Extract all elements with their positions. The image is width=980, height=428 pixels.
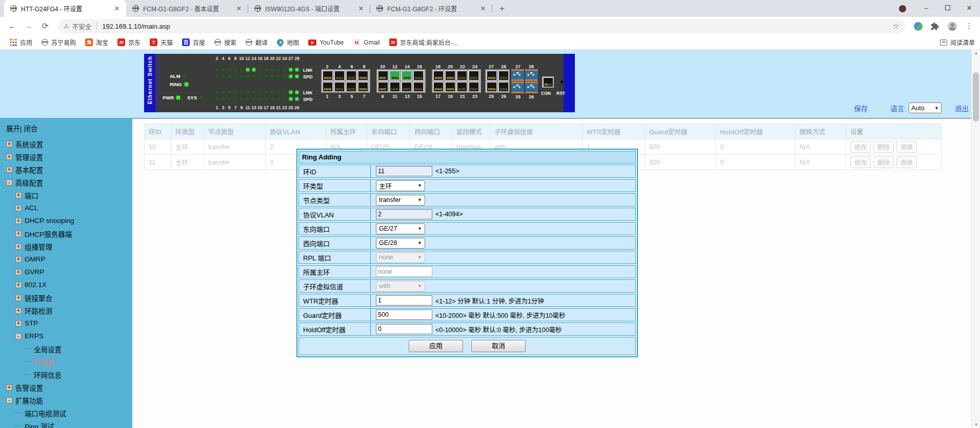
minimize-button[interactable]: – (915, 0, 937, 17)
sidebar-item-基本配置[interactable]: +基本配置 (6, 163, 132, 176)
bookmark-item[interactable]: 地图 (272, 37, 304, 48)
logout-link[interactable]: 退出 (955, 103, 969, 113)
expand-all-link[interactable]: 展开 (6, 125, 20, 133)
extension-icon[interactable] (914, 22, 923, 31)
expand-plus-icon[interactable]: + (15, 218, 22, 224)
expand-plus-icon[interactable]: + (15, 192, 22, 198)
field-input-guard定时器[interactable] (376, 310, 432, 320)
sidebar-item-dhcp服务器端[interactable]: +DHCP服务器端 (6, 227, 132, 240)
browser-tab[interactable]: FCM-G1-G8GF2 - 环设置✕ (370, 0, 492, 17)
browser-menu-icon[interactable]: ⋮ (965, 22, 973, 31)
bookmark-star-icon[interactable]: ☆ (893, 22, 899, 31)
sidebar-item-erps[interactable]: -ERPS (6, 330, 132, 342)
field-select-东向端口[interactable]: GE/27▼ (376, 223, 425, 234)
expand-plus-icon[interactable]: + (15, 256, 22, 262)
url-text[interactable]: 192.169.1.10/main.asp (102, 23, 170, 30)
browser-tab[interactable]: HTT-G24FG4 - 环设置✕ (4, 0, 126, 17)
status-circle-icon[interactable] (899, 5, 906, 12)
row-action-button[interactable]: 删除 (873, 156, 894, 168)
bookmark-item[interactable]: YouTube (304, 37, 348, 48)
expand-plus-icon[interactable]: + (15, 320, 22, 327)
collapse-minus-icon[interactable]: - (6, 179, 12, 186)
expand-plus-icon[interactable]: + (6, 141, 12, 147)
sidebar-item-链接聚合[interactable]: +链接聚合 (6, 291, 132, 304)
row-action-button[interactable]: 倒换 (896, 141, 917, 153)
field-input-协议vlan[interactable] (376, 209, 432, 219)
bookmark-item[interactable]: JD京东 (113, 37, 145, 48)
collapse-all-link[interactable]: 闭合 (24, 125, 37, 133)
sidebar-item-环网信息[interactable]: 环网信息 (6, 368, 132, 381)
row-action-button[interactable]: 修改 (850, 156, 871, 168)
field-select-节点类型[interactable]: transfer▼ (376, 195, 425, 206)
back-button[interactable]: ← (5, 19, 19, 33)
expand-plus-icon[interactable]: + (15, 282, 22, 288)
field-select-西向端口[interactable]: GE/28▼ (376, 238, 425, 249)
security-label[interactable]: 不安全 (72, 22, 92, 31)
tab-close-icon[interactable]: ✕ (479, 5, 487, 13)
expand-plus-icon[interactable]: + (6, 154, 12, 160)
sidebar-item-系统设置[interactable]: +系统设置 (6, 137, 132, 150)
sidebar-item-dhcp-snooping[interactable]: +DHCP snooping (6, 214, 132, 227)
browser-tab[interactable]: ISW9012G-4GS - 端口设置✕ (248, 0, 370, 17)
expand-plus-icon[interactable]: + (15, 205, 22, 211)
row-action-button[interactable]: 修改 (850, 141, 871, 153)
address-bar[interactable]: ⚠ 不安全 192.169.1.10/main.asp ☆ (57, 19, 906, 33)
sidebar-item-扩展功能[interactable]: -扩展功能 (6, 394, 132, 406)
expand-plus-icon[interactable]: + (15, 295, 22, 301)
field-input-holdoff定时器[interactable] (376, 324, 432, 334)
expand-plus-icon[interactable]: + (15, 269, 22, 275)
expand-plus-icon[interactable]: + (15, 308, 22, 314)
field-input-wtr定时器[interactable] (376, 295, 432, 305)
sidebar-item-告警设置[interactable]: +告警设置 (6, 381, 132, 394)
close-window-button[interactable]: ✕ (958, 0, 980, 17)
profile-avatar[interactable] (948, 22, 957, 31)
field-input-环id[interactable] (376, 166, 432, 176)
sidebar-item-端口[interactable]: +端口 (6, 189, 132, 201)
reload-button[interactable]: ⟳ (38, 19, 52, 33)
sidebar-item-全局设置[interactable]: 全局设置 (6, 342, 132, 355)
reading-list-button[interactable]: 阅读清单 (940, 38, 975, 47)
sidebar-item-ping-测试[interactable]: Ping 测试 (6, 419, 132, 428)
reset-button[interactable] (561, 80, 563, 83)
bookmark-item[interactable]: 百百度 (177, 37, 210, 48)
sidebar-item-gmrp[interactable]: +GMRP (6, 253, 132, 266)
tab-close-icon[interactable]: ✕ (113, 5, 121, 13)
sidebar-item-stp[interactable]: +STP (6, 317, 132, 330)
save-link[interactable]: 保存 (854, 103, 868, 113)
sidebar-item-高级配置[interactable]: -高级配置 (6, 176, 132, 189)
forward-button[interactable]: → (22, 19, 36, 33)
collapse-minus-icon[interactable]: - (15, 333, 22, 339)
browser-tab[interactable]: FCM-G1-G8GF2 - 基本设置✕ (126, 0, 248, 17)
sidebar-item-环设置[interactable]: 环设置 (6, 355, 132, 368)
bookmark-item[interactable]: 搜索 (210, 37, 241, 48)
expand-plus-icon[interactable]: + (15, 231, 22, 237)
sidebar-item-gvrp[interactable]: +GVRP (6, 266, 132, 278)
new-tab-button[interactable]: + (495, 2, 509, 15)
sidebar-item-管理设置[interactable]: +管理设置 (6, 150, 132, 163)
expand-plus-icon[interactable]: + (6, 167, 12, 173)
bookmark-item[interactable]: 苏宁易购 (37, 37, 81, 48)
sidebar-item-acl[interactable]: +ACL (6, 201, 132, 214)
bookmark-item[interactable]: 翻译 (241, 37, 272, 48)
collapse-minus-icon[interactable]: - (6, 397, 12, 403)
cancel-button[interactable]: 取消 (471, 340, 526, 352)
sidebar-item-组播管理[interactable]: +组播管理 (6, 240, 132, 253)
bookmark-item[interactable]: T天猫 (145, 37, 177, 48)
tab-close-icon[interactable]: ✕ (357, 5, 365, 13)
sidebar-item-环路检测[interactable]: +环路检测 (6, 304, 132, 317)
language-select[interactable]: Auto ▼ (909, 103, 942, 113)
page-scrollbar[interactable]: ▲ ▼ (971, 50, 980, 428)
bookmark-item[interactable]: 应用 (5, 37, 37, 48)
expand-plus-icon[interactable]: + (6, 384, 12, 391)
maximize-button[interactable] (937, 0, 958, 17)
sidebar-item-端口电缆测试[interactable]: 端口电缆测试 (6, 406, 132, 419)
tab-close-icon[interactable]: ✕ (235, 5, 243, 13)
row-action-button[interactable]: 删除 (873, 141, 894, 153)
scroll-up-arrow[interactable]: ▲ (972, 51, 980, 55)
sidebar-item-802-1x[interactable]: +802.1X (6, 278, 132, 291)
expand-plus-icon[interactable]: + (15, 243, 22, 250)
row-action-button[interactable]: 倒换 (896, 156, 917, 168)
extensions-puzzle-icon[interactable] (931, 22, 939, 31)
bookmark-item[interactable]: JD京东商城:商家后台-... (385, 37, 463, 48)
bookmark-item[interactable]: 淘淘宝 (81, 37, 113, 48)
